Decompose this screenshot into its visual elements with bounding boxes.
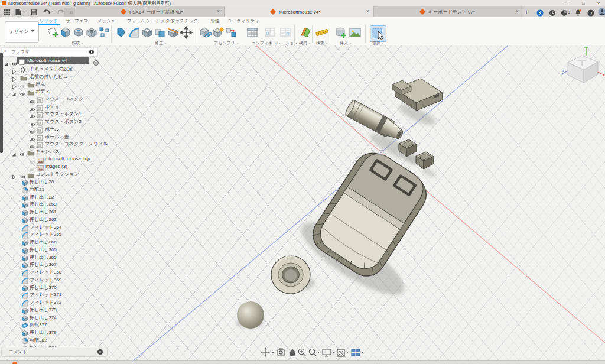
fillet-icon[interactable]	[128, 26, 141, 40]
browser-item[interactable]: 原点	[0, 80, 136, 87]
ball-cover-part[interactable]	[271, 256, 310, 294]
browser-item[interactable]: ボディ	[0, 103, 136, 110]
history-clock-icon[interactable]	[549, 8, 556, 15]
orbit-dropdown-caret[interactable]	[272, 352, 274, 353]
pan-icon[interactable]	[290, 349, 295, 356]
browser-item[interactable]: microsoft_mouse_top	[0, 155, 136, 162]
browser-item[interactable]: キャンバス	[0, 148, 136, 155]
close-tab-icon[interactable]	[366, 8, 369, 14]
ribbon-tab-2[interactable]: メッシュ	[97, 18, 116, 24]
ribbon-tab-5[interactable]: プラスチック	[171, 18, 198, 24]
browser-item[interactable]: マウス・コネクタ	[0, 95, 136, 102]
browser-settings-icon[interactable]	[89, 50, 94, 54]
comments-panel[interactable]: コメント	[1, 347, 108, 357]
timeline-feature[interactable]: 押し出し262	[0, 216, 136, 223]
orbit-icon[interactable]	[261, 347, 270, 357]
grid-dropdown-caret[interactable]	[346, 352, 349, 353]
timeline-feature[interactable]: フィレット368	[0, 268, 136, 275]
insert-decal-icon[interactable]	[334, 26, 347, 40]
ribbon-tab-6[interactable]: 管理	[211, 18, 220, 24]
configuration-table-icon[interactable]	[279, 26, 292, 40]
measure-icon[interactable]	[315, 26, 328, 40]
timeline-feature[interactable]: 押し出し305	[0, 246, 136, 253]
close-tab-icon[interactable]	[217, 8, 220, 14]
mouse-button2-part[interactable]	[416, 152, 434, 169]
timeline-feature[interactable]: フィレット371	[0, 291, 136, 298]
browser-panel-header[interactable]: ブラウザ	[1, 47, 98, 56]
timeline-feature[interactable]: 押し出し373	[0, 306, 136, 313]
ribbon-tab-4[interactable]: シート メタル	[146, 18, 174, 24]
timeline-feature[interactable]: 押し出し379	[0, 329, 136, 336]
zoom-window-icon[interactable]	[309, 349, 316, 356]
select-tool-icon[interactable]	[370, 25, 386, 42]
create-pattern-icon[interactable]	[98, 26, 111, 40]
browser-item[interactable]: ボール	[0, 125, 136, 132]
browser-item[interactable]: コンストラクション	[0, 170, 136, 177]
timeline-feature[interactable]: フィレット264	[0, 223, 136, 230]
doc-tab-fsa1[interactable]: FSA1キーボード基板 v8*	[75, 6, 225, 17]
browser-item[interactable]: マウス・ボタン1	[0, 110, 136, 117]
browser-item[interactable]: ドキュメントの設定	[0, 65, 136, 72]
create-sketch-icon[interactable]	[46, 26, 59, 40]
design-workspace-selector[interactable]: デザイン	[5, 21, 39, 43]
timeline-feature[interactable]: 押し出し261	[0, 208, 136, 215]
viewports-icon[interactable]	[352, 349, 360, 356]
origin-marker[interactable]	[379, 150, 383, 155]
collapse-browser-icon[interactable]	[4, 49, 6, 53]
timeline-feature[interactable]: 押し出し22	[0, 193, 136, 200]
press-pull-icon[interactable]	[115, 26, 128, 40]
doc-tab-microsoftmouse[interactable]: Microsoftmouse v4*	[225, 6, 374, 17]
undo-icon[interactable]	[43, 8, 50, 16]
timeline-feature[interactable]: 押し出し374	[0, 314, 136, 321]
shell-icon[interactable]	[141, 26, 154, 40]
ribbon-tab-3[interactable]: フォーム	[127, 18, 145, 24]
browser-item[interactable]: Microsoftmouse v4	[0, 57, 136, 64]
timeline-feature[interactable]: 回転377	[0, 321, 136, 328]
zoom-icon[interactable]	[298, 349, 305, 356]
view-cube[interactable]: Z	[560, 46, 605, 90]
timeline-marker-icon[interactable]	[12, 362, 17, 364]
close-button[interactable]	[592, 0, 605, 6]
ball-part[interactable]	[237, 301, 264, 329]
zoom-dropdown-caret[interactable]	[317, 352, 320, 353]
bell-icon[interactable]	[574, 8, 581, 15]
revolve-icon[interactable]	[72, 26, 85, 40]
display-dropdown-caret[interactable]	[332, 352, 334, 353]
close-tab-icon[interactable]	[516, 8, 519, 14]
look-at-icon[interactable]	[277, 349, 285, 355]
move-icon[interactable]	[180, 26, 193, 40]
app-grid-icon[interactable]	[4, 8, 11, 16]
ribbon-tab-7[interactable]: ユーティリティ	[227, 18, 259, 24]
minimize-button[interactable]	[560, 0, 573, 6]
split-body-icon[interactable]	[167, 26, 180, 40]
timeline-feature[interactable]: 押し出し370	[0, 284, 136, 291]
combine-icon[interactable]	[154, 26, 167, 40]
timeline-bar[interactable]	[0, 360, 605, 364]
viewports-dropdown-caret[interactable]	[362, 352, 364, 353]
timeline-feature[interactable]: フィレット369	[0, 276, 136, 283]
as-built-joint-icon[interactable]	[225, 26, 238, 40]
timeline-feature[interactable]: フィレット372	[0, 298, 136, 306]
user-avatar[interactable]	[598, 8, 605, 15]
doc-tab-keyboard-test[interactable]: キーボードテスト v7*	[374, 6, 523, 17]
new-tab-button[interactable]	[525, 8, 528, 15]
browser-item[interactable]: ボディ	[0, 87, 136, 95]
parameters-table-icon[interactable]	[246, 26, 259, 40]
extensions-icon[interactable]	[561, 8, 568, 15]
browser-item[interactable]: images (3)	[0, 163, 136, 170]
timeline-feature[interactable]: 勾配21	[0, 186, 136, 193]
browser-item[interactable]: マウス・ボタン2	[0, 118, 136, 125]
comments-icon[interactable]	[97, 349, 103, 355]
new-component-icon[interactable]	[199, 26, 212, 40]
construct-plane-icon[interactable]	[299, 26, 312, 40]
timeline-feature[interactable]: 押し出し259	[0, 200, 136, 207]
browser-item[interactable]: マウス・コネクタ・シリアル	[0, 140, 136, 147]
insert-canvas-icon[interactable]	[349, 26, 362, 40]
timeline-feature[interactable]: 押し出し367	[0, 261, 136, 268]
timeline-feature[interactable]: 押し出し20	[0, 178, 136, 185]
joint-icon[interactable]	[212, 26, 225, 40]
file-menu-icon[interactable]	[15, 8, 21, 16]
display-settings-icon[interactable]	[323, 349, 331, 356]
save-icon[interactable]	[31, 8, 38, 16]
maximize-button[interactable]	[577, 0, 590, 6]
